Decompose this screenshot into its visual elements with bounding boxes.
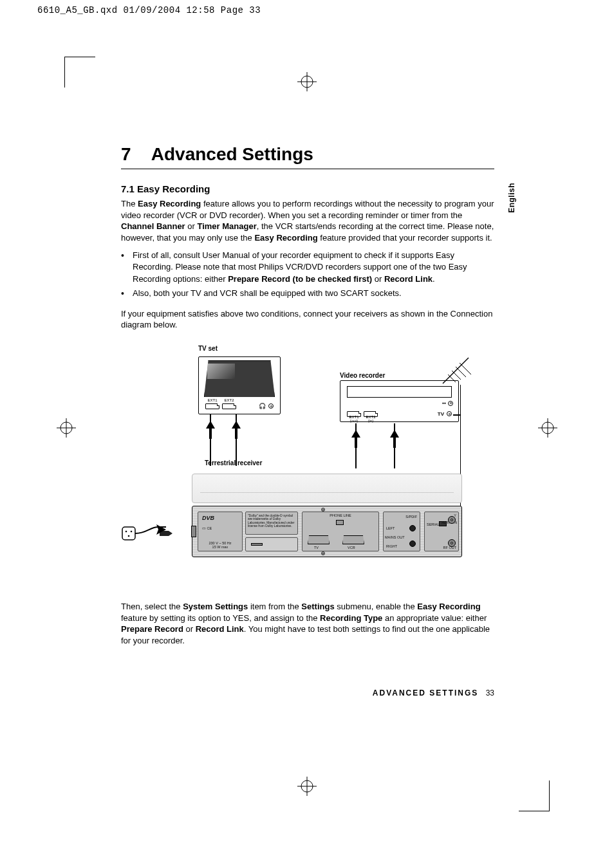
left-audio-label: LEFT — [386, 526, 395, 530]
connection-diagram: TV set EXT1 EXT2 🎧 Video recorder EXT1 (… — [121, 345, 494, 583]
svg-rect-21 — [122, 527, 135, 540]
receiver-front-icon — [192, 474, 462, 503]
chapter-title-text: Advanced Settings — [151, 144, 313, 164]
cable — [453, 414, 461, 416]
right-audio-label: RIGHT — [386, 544, 397, 548]
dolby-note: "Dolby" and the double-D symbol are trad… — [248, 514, 295, 528]
receiver-label: Terrestrial receiver — [205, 459, 262, 466]
phone-port-icon — [336, 520, 344, 525]
vcr-label: Video recorder — [340, 372, 385, 379]
registration-mark — [297, 72, 317, 91]
phone-line-label: PHONE LINE — [330, 513, 351, 517]
diagram-intro: If your equipment satisfies above two co… — [121, 308, 494, 331]
list-item: First of all, consult User Manual of you… — [121, 250, 494, 285]
crop-mark — [519, 780, 550, 811]
section-heading: 7.1 Easy Recording — [121, 183, 494, 194]
scart-tv-icon — [308, 535, 330, 544]
registration-mark — [57, 418, 76, 438]
mains-out-label: MAINS OUT — [385, 535, 405, 539]
svg-line-15 — [456, 367, 466, 377]
aerial-in-icon — [448, 516, 456, 524]
tv-icon: EXT1 EXT2 🎧 — [198, 356, 281, 414]
page-content: 7 Advanced Settings 7.1 Easy Recording T… — [121, 144, 494, 652]
ce-mark: CE — [207, 526, 212, 530]
closing-paragraph: Then, select the System Settings item fr… — [121, 601, 494, 646]
print-job-header: 6610_A5_GB.qxd 01/09/2004 12:58 Page 33 — [37, 5, 261, 15]
svg-line-13 — [448, 374, 456, 382]
chapter-number: 7 — [121, 144, 147, 165]
headphone-icon: 🎧 — [259, 403, 266, 409]
footer-section-label: ADVANCED SETTINGS — [373, 688, 478, 697]
crop-mark — [64, 57, 95, 88]
coax-port-icon — [448, 401, 453, 406]
footer-page-number: 33 — [486, 688, 494, 697]
power-inlet-icon — [191, 526, 196, 537]
chapter-heading: 7 Advanced Settings — [121, 144, 494, 169]
tv-ext2-label: EXT2 — [222, 398, 236, 402]
rca-jack-icon — [409, 540, 416, 547]
scart-port-icon — [222, 403, 236, 409]
scart-port-icon — [205, 403, 219, 409]
vcr-tv-label: TV — [438, 411, 444, 417]
requirements-list: First of all, consult User Manual of you… — [121, 250, 494, 299]
registration-mark — [538, 418, 557, 438]
svg-point-22 — [126, 531, 127, 533]
scart-vcr-label: VCR — [348, 546, 355, 549]
scart-tv-label: TV — [314, 546, 319, 549]
tv-ext1-label: EXT1 — [205, 398, 219, 402]
svg-line-12 — [443, 358, 469, 383]
intro-paragraph: The Easy Recording feature allows you to… — [121, 198, 494, 243]
svg-point-23 — [131, 531, 133, 533]
scart-vcr-icon — [342, 535, 364, 544]
card-slot-icon — [251, 543, 263, 546]
coax-port-icon — [268, 403, 274, 409]
svg-point-24 — [128, 535, 130, 537]
coax-port-icon — [447, 411, 452, 416]
mains-plug-icon — [121, 522, 185, 548]
tv-label: TV set — [198, 345, 218, 352]
mains-rating: 230 V ~ 50 Hz 15 W max — [201, 541, 239, 549]
rca-jack-icon — [409, 525, 416, 531]
spdif-label: S/PDIF — [405, 515, 417, 519]
receiver-rear-icon: DVB ▭ CE 230 V ~ 50 Hz 15 W max "Dolby" … — [192, 506, 462, 557]
serial-label: SERIAL — [427, 522, 440, 526]
scart-port-icon — [347, 411, 361, 417]
antenna-icon — [436, 351, 475, 390]
rf-out-label: RF OUT — [443, 546, 456, 549]
scart-port-icon — [364, 411, 378, 417]
registration-mark — [297, 777, 317, 796]
dvb-logo: DVB — [202, 515, 214, 522]
svg-line-14 — [452, 371, 461, 380]
language-tab: English — [507, 183, 516, 213]
page-footer: ADVANCED SETTINGS 33 — [121, 688, 494, 697]
list-item: Also, both your TV and VCR shall be equi… — [121, 288, 494, 299]
